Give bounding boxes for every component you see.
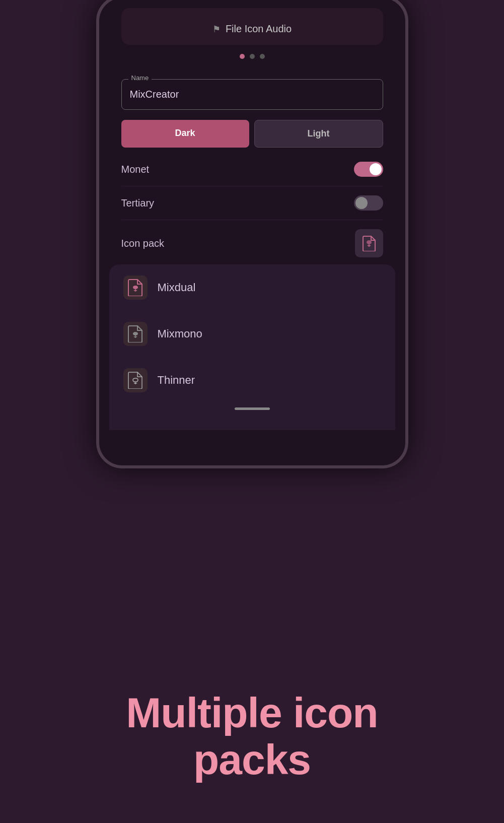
tertiary-toggle-knob (355, 197, 368, 209)
thinner-label: Thinner (158, 374, 195, 387)
thinner-file-icon (128, 372, 143, 389)
name-field-container: Name MixCreator (121, 79, 383, 110)
main-heading: Multiple icon packs (50, 690, 454, 783)
monet-label: Monet (121, 164, 150, 175)
mixmono-icon-box (123, 322, 148, 346)
file-icon-box: ⚑ File Icon Audio (121, 8, 383, 45)
theme-toggle-row: Dark Light (121, 120, 383, 148)
tertiary-label: Tertiary (121, 197, 155, 209)
phone-frame: ⚑ File Icon Audio Name MixCreator Dark L… (96, 0, 408, 468)
dropdown-item-mixdual[interactable]: Mixdual (109, 264, 395, 311)
thinner-icon-box (123, 368, 148, 392)
monet-toggle[interactable] (354, 162, 383, 177)
name-input[interactable]: MixCreator (121, 79, 383, 110)
monet-toggle-knob (370, 163, 382, 175)
file-icon-area: ⚑ File Icon Audio (99, 0, 405, 69)
bottom-text-section: Multiple icon packs (0, 690, 504, 783)
mixdual-file-icon (128, 279, 143, 296)
monet-row: Monet (121, 153, 383, 186)
icon-pack-label: Icon pack (121, 238, 165, 249)
dropdown-panel: Mixdual Mixmono (109, 264, 395, 430)
drag-handle (235, 407, 270, 410)
file-icon-label: File Icon Audio (226, 23, 292, 35)
tertiary-toggle[interactable] (354, 195, 383, 211)
dot-3 (260, 54, 265, 59)
tertiary-row: Tertiary (121, 186, 383, 220)
file-icon (362, 235, 376, 251)
mixdual-label: Mixdual (158, 281, 196, 294)
heading-line1: Multiple icon (126, 689, 378, 736)
icon-pack-button[interactable] (355, 229, 383, 257)
icon-pack-row: Icon pack (121, 220, 383, 262)
carousel-dots (240, 54, 265, 59)
phone-inner: ⚑ File Icon Audio Name MixCreator Dark L… (99, 0, 405, 465)
name-label: Name (128, 74, 152, 82)
dropdown-item-thinner[interactable]: Thinner (109, 357, 395, 403)
dot-1 (240, 54, 245, 59)
dark-theme-button[interactable]: Dark (121, 120, 249, 148)
dot-2 (250, 54, 255, 59)
page-background: ⚑ File Icon Audio Name MixCreator Dark L… (0, 0, 504, 823)
heading-line2: packs (193, 736, 311, 783)
dropdown-item-mixmono[interactable]: Mixmono (109, 311, 395, 357)
mixmono-file-icon (128, 325, 143, 342)
flag-icon: ⚑ (212, 24, 221, 35)
mixdual-icon-box (123, 276, 148, 300)
light-theme-button[interactable]: Light (254, 120, 383, 148)
settings-area: Monet Tertiary Icon pack (121, 153, 383, 262)
mixmono-label: Mixmono (158, 327, 202, 340)
